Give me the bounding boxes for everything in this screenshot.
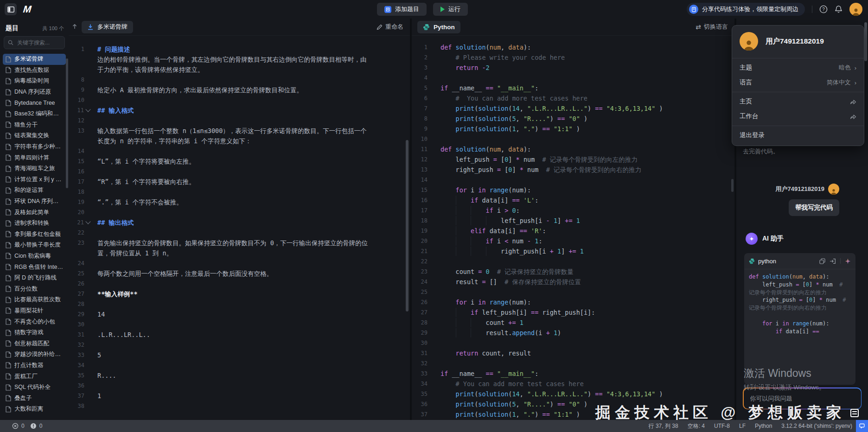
code-line: 30 — [412, 338, 734, 348]
feedback-button[interactable] — [856, 420, 868, 432]
fold-chevron-icon[interactable] — [85, 107, 90, 112]
menu-item-logout[interactable]: 退出登录 — [732, 128, 864, 143]
code-line: 5if __name__ == "__main__": — [412, 83, 734, 93]
line-number: 6 — [412, 93, 437, 103]
topbar-divider — [812, 6, 812, 13]
sidebar-item-problem[interactable]: 穿越沙漠的补给次数 — [3, 349, 66, 360]
sidebar-item-problem[interactable]: 创意标题匹配 — [3, 338, 66, 349]
sidebar-item-problem[interactable]: Base32 编码和解码 — [3, 108, 66, 120]
sidebar-item-problem[interactable]: 暴雨梨花针 — [3, 305, 66, 317]
app-window: M 添加题目 运行 分享代码练习体验，领限量定制周边 — [0, 0, 868, 432]
sidebar-item-problem[interactable]: 百分位数 — [3, 283, 66, 294]
user-message-bubble[interactable]: 帮我写完代码 — [789, 199, 839, 216]
copy-icon[interactable] — [819, 258, 825, 264]
menu-item-workbench[interactable]: 工作台 — [732, 109, 864, 124]
sidebar-toggle-button[interactable] — [5, 3, 17, 15]
app-logo[interactable]: M — [23, 4, 32, 15]
code-text — [437, 134, 440, 144]
code-line: 12 left_push = [0] * num # 记录每个骨牌受到的向左的推… — [412, 154, 734, 165]
description-editor[interactable]: 1# 问题描述边的相邻骨牌推倒。当一个骨牌，其左边倒向它的骨牌数目与其右边倒向它… — [69, 36, 410, 420]
code-text — [437, 358, 440, 368]
sidebar-item-problem[interactable]: 大数和距离 — [3, 404, 66, 415]
sidebar-item-problem[interactable]: 青海湖租车之旅 — [3, 163, 66, 174]
sidebar-item-problem[interactable]: DNA 序列还原 — [3, 87, 66, 98]
run-button[interactable]: 运行 — [433, 3, 468, 16]
search-box[interactable] — [4, 36, 65, 49]
sidebar-item-problem[interactable]: 猫鱼分干 — [3, 120, 66, 131]
description-tab[interactable]: 多米诺骨牌 — [82, 21, 133, 33]
sidebar-item-problem[interactable]: 和的逆运算 — [3, 185, 66, 196]
menu-item-language[interactable]: 语言 简体中文› — [732, 75, 864, 90]
sidebar-item-problem[interactable]: 查找热点数据 — [3, 65, 66, 76]
add-question-button[interactable]: 添加题目 — [377, 3, 427, 16]
menu-item-theme[interactable]: 主题 暗色› — [732, 60, 864, 75]
fold-chevron-icon[interactable] — [85, 219, 90, 224]
sidebar-item-problem[interactable]: 进制求和转换 — [3, 218, 66, 229]
code-line: 3 return -2 — [412, 63, 734, 73]
sidebar-item-problem[interactable]: 字符串有多少种可... — [3, 141, 66, 152]
sidebar-item-problem[interactable]: 链表聚集交换 — [3, 130, 66, 141]
sidebar-item-problem[interactable]: 比赛最高获胜次数 — [3, 294, 66, 305]
switch-language-button[interactable]: ⇄ 切换语言 — [696, 23, 728, 31]
help-button[interactable]: ? — [819, 5, 828, 13]
line-number: 15 — [69, 156, 94, 166]
sidebar-item-problem[interactable]: Bytedance Tree — [3, 97, 66, 108]
code-text: left_push = [0] * num # 记录每个骨牌受到的向左的推力 — [437, 154, 638, 165]
line-number: 35 — [69, 370, 94, 381]
sidebar-item-problem[interactable]: 环状 DNA 序列整理 — [3, 196, 66, 207]
sidebar-item-problem[interactable]: 阿 D 的飞行路线 — [3, 273, 66, 284]
sidebar-item-problem[interactable]: 多米诺骨牌 — [3, 54, 66, 65]
ai-question-input[interactable] — [749, 394, 855, 402]
sidebar-item-problem[interactable]: 打点计数器 — [3, 360, 66, 371]
sidebar-item-problem[interactable]: 蛋糕工厂 — [3, 371, 66, 382]
problems-indicator[interactable]: 0 0 — [12, 423, 42, 429]
python-tab[interactable]: Python — [417, 21, 460, 33]
sidebar-scrollbar[interactable] — [66, 58, 68, 188]
code-line: 33if __name__ == "__main__": — [412, 368, 734, 379]
ai-input-box[interactable] — [743, 388, 862, 409]
line-number: 11 — [69, 105, 94, 115]
description-text: ## 输出格式 — [94, 217, 134, 228]
eol-sequence[interactable]: LF — [739, 423, 746, 429]
notifications-button[interactable] — [835, 5, 842, 13]
share-promo-button[interactable]: 分享代码练习体验，领限量定制周边 — [687, 3, 805, 16]
menu-item-home[interactable]: 主页 — [732, 94, 864, 109]
sidebar-item-problem[interactable]: 计算位置 x 到 y 的... — [3, 174, 66, 185]
line-number: 1 — [69, 44, 94, 54]
sparkle-icon[interactable] — [845, 258, 851, 264]
run-icon — [440, 6, 445, 12]
interpreter[interactable]: 3.12.2 64-bit ('shims': pyenv) — [781, 423, 852, 429]
code-line: 21 right_push[i + 1] += 1 — [412, 246, 734, 256]
code-text — [437, 287, 440, 297]
description-text: “L”，第 i 个字符将要被向左推。 — [94, 156, 195, 166]
sidebar-item-problem[interactable]: 不再贪心的小包 — [3, 316, 66, 327]
sidebar-item-problem[interactable]: SQL 代码补全 — [3, 382, 66, 393]
sidebar-item-problem[interactable]: RGB 色值转 Integer — [3, 261, 66, 273]
sidebar-item-problem[interactable]: 最小替换子串长度 — [3, 240, 66, 251]
search-input[interactable] — [16, 39, 61, 46]
right-panel-scrollbar[interactable] — [864, 22, 867, 61]
sidebar-item-problem[interactable]: 猜数字游戏 — [3, 327, 66, 338]
code-header: Python ⇄ 切换语言 — [412, 19, 734, 36]
sidebar-item-problem[interactable]: 病毒感染时间 — [3, 76, 66, 87]
insert-code-icon[interactable] — [830, 258, 836, 264]
sidebar-item-problem[interactable]: 简单四则计算 — [3, 152, 66, 163]
user-avatar[interactable] — [849, 3, 862, 16]
description-scrollbar[interactable] — [406, 140, 408, 311]
sidebar-item-problem[interactable]: 叠盘子 — [3, 393, 66, 404]
description-line: 30 — [69, 319, 410, 330]
scroll-top-icon[interactable] — [71, 23, 78, 30]
rename-button[interactable]: 重命名 — [377, 23, 403, 31]
sidebar-item-problem[interactable]: Cion 勒索病毒 — [3, 251, 66, 262]
code-editor[interactable]: 1def solution(num, data):2 # Please writ… — [412, 36, 734, 420]
language-mode[interactable]: Python — [755, 423, 772, 429]
description-line: 335 — [69, 350, 410, 360]
code-scrollbar[interactable] — [731, 179, 734, 192]
sidebar-item-problem[interactable]: 拿到最多红包金额 — [3, 229, 66, 240]
line-number: 22 — [412, 256, 437, 267]
code-line: 25 — [412, 287, 734, 297]
sidebar-item-problem[interactable]: 及格如此简单 — [3, 207, 66, 218]
indentation[interactable]: 空格: 4 — [688, 422, 705, 430]
cursor-position[interactable]: 行 37, 列 38 — [649, 422, 678, 430]
encoding[interactable]: UTF-8 — [714, 423, 730, 429]
